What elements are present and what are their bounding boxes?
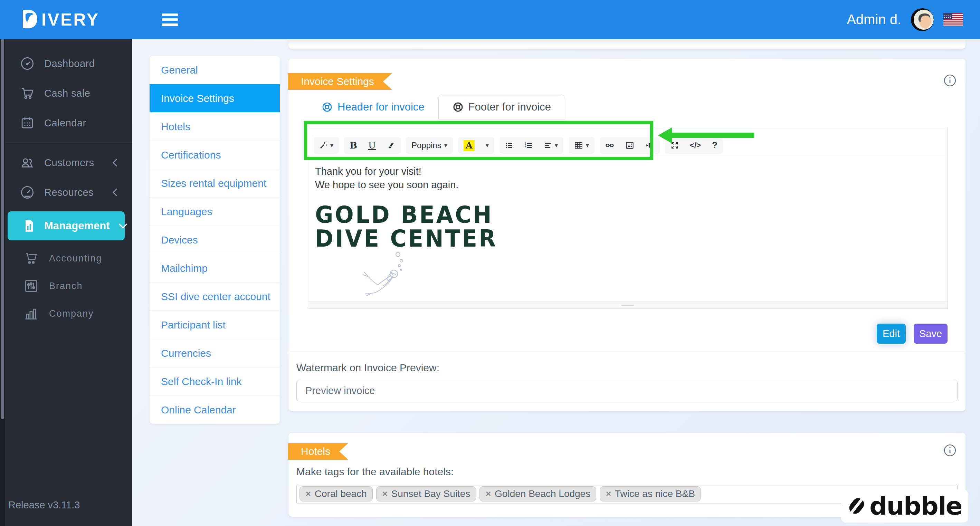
watermark-label: Watermark on Invoice Preview: [296, 362, 439, 374]
help-button[interactable]: ? [706, 137, 723, 154]
edit-button[interactable]: Edit [877, 324, 906, 344]
remove-tag-icon[interactable]: ✕ [485, 490, 491, 498]
hotels-card: Hotels Make tags for the available hotel… [288, 433, 966, 516]
font-color-dropdown[interactable]: ▾ [480, 137, 494, 154]
sidebar-item-cash-sale[interactable]: Cash sale [0, 78, 132, 108]
font-family-dropdown[interactable]: Poppins ▾ [406, 137, 453, 154]
bar-chart-icon [24, 306, 39, 321]
settings-menu: General Invoice Settings Hotels Certific… [150, 56, 280, 424]
customers-icon [20, 156, 35, 170]
scrolled-card-remnant [288, 39, 966, 49]
sidebar-item-management[interactable]: Management [8, 211, 125, 240]
sidebar-scrollbar[interactable] [0, 39, 5, 526]
invoice-tabs: Header for invoice Footer for invoice [308, 95, 565, 119]
invoice-settings-ribbon: Invoice Settings [288, 73, 392, 90]
divery-logo-icon [20, 9, 40, 31]
editor-line: Thank you for your visit! [315, 165, 947, 178]
chevron-left-icon [111, 188, 118, 197]
menu-item-devices[interactable]: Devices [150, 226, 280, 254]
life-ring-icon [452, 102, 464, 113]
clear-format-button[interactable] [381, 137, 401, 154]
ordered-list-button[interactable]: 12 [519, 137, 538, 154]
editor-toolbar: ▾ B U Poppins ▾ A [308, 128, 947, 157]
chevron-down-icon [118, 222, 128, 229]
image-button[interactable] [620, 137, 640, 154]
remove-tag-icon[interactable]: ✕ [305, 490, 311, 498]
font-color-button[interactable]: A [458, 137, 480, 154]
video-button[interactable] [640, 137, 660, 154]
calendar-icon [20, 116, 35, 130]
editor-resize-handle[interactable] [308, 302, 947, 308]
menu-item-online-calendar[interactable]: Online Calendar [150, 396, 280, 424]
magic-style-button[interactable]: ▾ [313, 137, 339, 154]
sidebar-item-resources[interactable]: Resources [0, 178, 132, 207]
remove-tag-icon[interactable]: ✕ [606, 490, 611, 498]
menu-item-hotels[interactable]: Hotels [150, 113, 280, 141]
menu-item-sizes-rental-equipment[interactable]: Sizes rental equipment [150, 169, 280, 197]
tab-footer-for-invoice[interactable]: Footer for invoice [438, 95, 565, 119]
bold-button[interactable]: B [344, 137, 363, 154]
menu-item-general[interactable]: General [150, 56, 280, 84]
tab-header-for-invoice[interactable]: Header for invoice [308, 95, 438, 119]
hotel-tag: ✕ Coral beach [299, 486, 373, 502]
watermark-input[interactable] [296, 380, 958, 401]
link-button[interactable] [600, 137, 620, 154]
sidebar-item-calendar[interactable]: Calendar [0, 108, 132, 138]
speedometer-icon [20, 56, 35, 71]
cart-icon [20, 86, 35, 100]
info-icon[interactable] [943, 444, 956, 457]
divery-brand[interactable]: IVERY [20, 9, 100, 31]
menu-item-mailchimp[interactable]: Mailchimp [150, 254, 280, 283]
avatar[interactable] [911, 8, 934, 31]
menu-item-languages[interactable]: Languages [150, 197, 280, 226]
annotation-arrow-icon [658, 127, 672, 143]
hotel-tag: ✕ Twice as nice B&B [600, 486, 701, 502]
gauge-icon [20, 185, 35, 200]
hotel-tag: ✕ Sunset Bay Suites [376, 486, 476, 502]
code-view-button[interactable]: </> [684, 137, 706, 154]
remove-tag-icon[interactable]: ✕ [382, 490, 388, 498]
save-button[interactable]: Save [914, 324, 948, 344]
menu-item-invoice-settings[interactable]: Invoice Settings [150, 84, 280, 113]
menu-toggle-icon[interactable] [162, 13, 178, 26]
menu-item-participant-list[interactable]: Participant list [150, 311, 280, 339]
menu-item-certifications[interactable]: Certifications [150, 141, 280, 169]
cart-icon [24, 251, 39, 266]
gold-beach-dive-center-logo: GOLD BEACH DIVE CENTER [315, 203, 947, 251]
release-version: Release v3.11.3 [8, 499, 80, 511]
report-icon [22, 219, 36, 233]
hotel-tag: ✕ Golden Beach Lodges [479, 486, 596, 502]
unordered-list-button[interactable] [500, 137, 519, 154]
sidebar-item-customers[interactable]: Customers [0, 148, 132, 178]
info-icon[interactable] [943, 74, 956, 87]
menu-item-ssi-dive-center-account[interactable]: SSI dive center account [150, 283, 280, 311]
editor-content[interactable]: Thank you for your visit! We hope to see… [308, 157, 947, 299]
main-content: General Invoice Settings Hotels Certific… [132, 39, 980, 526]
chevron-left-icon [111, 158, 118, 167]
topbar: IVERY Admin d. [0, 0, 980, 39]
sidebar-item-company[interactable]: Company [0, 300, 132, 327]
menu-item-currencies[interactable]: Currencies [150, 339, 280, 367]
hotels-tags-label: Make tags for the available hotels: [296, 466, 453, 478]
sidebar-item-dashboard[interactable]: Dashboard [0, 49, 132, 78]
sidebar-item-accounting[interactable]: Accounting [0, 245, 132, 272]
rich-text-editor: ▾ B U Poppins ▾ A [308, 128, 948, 309]
paragraph-align-dropdown[interactable]: ▾ [538, 137, 563, 154]
dubble-logo-icon [849, 496, 865, 516]
scuba-diver-illustration [356, 250, 947, 299]
life-ring-icon [321, 102, 332, 113]
sidebar-divider [0, 143, 132, 143]
underline-button[interactable]: U [363, 137, 381, 154]
sliders-icon [24, 278, 39, 294]
table-dropdown[interactable]: ▾ [569, 137, 595, 154]
brand-text: IVERY [41, 10, 100, 30]
language-flag-us[interactable] [943, 13, 963, 26]
user-name[interactable]: Admin d. [847, 12, 901, 27]
invoice-settings-card: Invoice Settings Header for invoice [288, 59, 966, 411]
menu-item-self-check-in-link[interactable]: Self Check-In link [150, 367, 280, 396]
svg-text:2: 2 [525, 144, 527, 147]
sidebar-item-branch[interactable]: Branch [0, 272, 132, 300]
sidebar: Dashboard Cash sale Calendar [0, 39, 132, 526]
editor-line: We hope to see you soon again. [315, 178, 947, 192]
section-divider [288, 353, 966, 353]
